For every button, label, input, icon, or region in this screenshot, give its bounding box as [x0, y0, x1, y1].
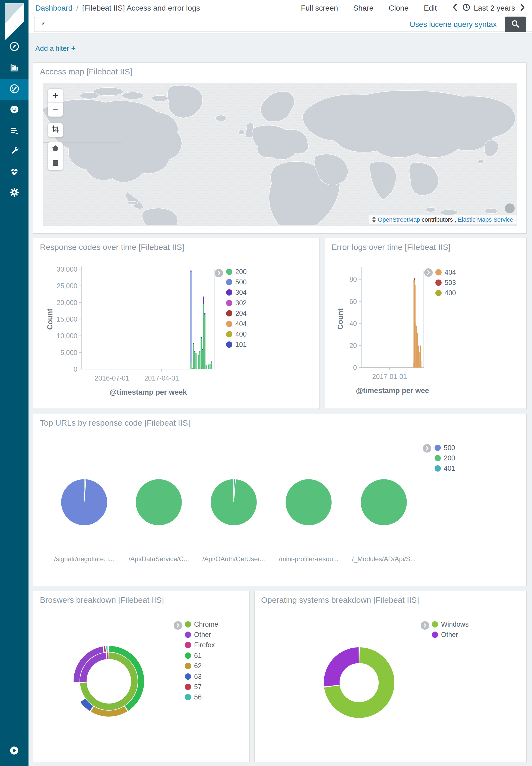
error-logs-bar-404[interactable]	[413, 282, 414, 367]
sidebar-item-visualize[interactable]	[0, 58, 29, 78]
legend-item-204[interactable]: 204	[226, 308, 247, 318]
response-codes-bar-304[interactable]	[201, 337, 202, 338]
map-zoom-in-button[interactable]: +	[48, 89, 63, 103]
response-codes-bar-200[interactable]	[201, 338, 202, 369]
legend-item-500[interactable]: 500	[226, 277, 247, 287]
error-logs-bar-404[interactable]	[417, 333, 418, 367]
legend-item-56[interactable]: 56	[185, 692, 218, 702]
response-codes-bar-304[interactable]	[199, 351, 200, 352]
legend-item-200[interactable]: 200	[226, 266, 247, 277]
error-logs-bar-503[interactable]	[414, 278, 415, 280]
response-codes-bar-200[interactable]	[210, 364, 211, 369]
response-codes-bar-200[interactable]	[198, 355, 199, 369]
response-codes-bar-200[interactable]	[195, 353, 197, 369]
share-button[interactable]: Share	[353, 4, 373, 12]
map-fit-bounds-button[interactable]	[48, 123, 63, 137]
response-codes-bar-304[interactable]	[211, 361, 212, 361]
error-logs-bar-404[interactable]	[417, 334, 418, 367]
full-screen-button[interactable]: Full screen	[301, 4, 338, 12]
response-codes-bar-200[interactable]	[208, 364, 209, 369]
lucene-syntax-link[interactable]: Uses lucene query syntax	[410, 20, 497, 29]
response-codes-bar-304[interactable]	[194, 351, 195, 352]
error-logs-bar-404[interactable]	[414, 280, 415, 367]
error-logs-bar-404[interactable]	[420, 345, 421, 367]
response-codes-bar-200[interactable]	[193, 344, 194, 369]
draw-rectangle-button[interactable]	[48, 156, 63, 170]
legend-item-401[interactable]: 401	[435, 464, 455, 474]
add-filter-link[interactable]: Add a filter	[35, 44, 69, 52]
draw-polygon-button[interactable]	[48, 142, 63, 156]
response-codes-bar-304[interactable]	[202, 349, 203, 350]
response-codes-bar-200[interactable]	[203, 304, 204, 369]
map-attribution-toggle-button[interactable]	[505, 203, 515, 213]
error-logs-bar-404[interactable]	[416, 323, 416, 367]
legend-item-Windows[interactable]: Windows	[432, 619, 468, 629]
legend-item-Other[interactable]: Other	[185, 629, 218, 640]
error-logs-bar-404[interactable]	[418, 345, 419, 367]
legend-item-62[interactable]: 62	[185, 661, 218, 671]
error-logs-plot[interactable]: 0204060802017-01-01Count@timestamp per w…	[325, 238, 526, 409]
sidebar-collapse-button[interactable]	[8, 745, 20, 756]
time-prev-button[interactable]	[452, 3, 458, 13]
response-codes-bar-304[interactable]	[203, 296, 204, 304]
response-codes-bar-200[interactable]	[192, 368, 193, 369]
sidebar-item-discover[interactable]	[0, 36, 29, 57]
response-codes-bar-200[interactable]	[204, 314, 205, 369]
edit-button[interactable]: Edit	[424, 4, 437, 12]
legend-item-302[interactable]: 302	[226, 298, 247, 308]
legend-toggle-button[interactable]	[215, 269, 223, 277]
search-button[interactable]	[505, 17, 526, 32]
legend-item-63[interactable]: 63	[185, 671, 218, 682]
response-codes-bar-500[interactable]	[191, 272, 192, 363]
response-codes-bar-304[interactable]	[192, 368, 193, 368]
operating-systems-plot[interactable]	[255, 591, 526, 762]
legend-item-400[interactable]: 400	[226, 329, 247, 339]
error-logs-bar-404[interactable]	[419, 352, 420, 367]
sidebar-item-logging[interactable]	[0, 121, 29, 141]
legend-toggle-button[interactable]	[421, 621, 429, 630]
response-codes-bar-304[interactable]	[204, 313, 205, 314]
pie-slice-200[interactable]	[135, 479, 182, 526]
elastic-maps-service-link[interactable]: Elastic Maps Service	[458, 216, 513, 223]
pie-slice-500[interactable]	[61, 479, 107, 526]
sidebar-item-dashboard[interactable]	[0, 79, 29, 100]
response-codes-bar-200[interactable]	[206, 365, 207, 369]
legend-item-304[interactable]: 304	[226, 287, 247, 298]
map-zoom-out-button[interactable]: −	[48, 103, 63, 116]
response-codes-bar-304[interactable]	[198, 355, 199, 355]
legend-item-Chrome[interactable]: Chrome	[185, 619, 218, 629]
world-map[interactable]	[43, 83, 517, 226]
response-codes-bar-200[interactable]	[194, 352, 195, 369]
clone-button[interactable]: Clone	[389, 4, 409, 12]
legend-item-400[interactable]: 400	[435, 288, 456, 298]
legend-item-61[interactable]: 61	[185, 650, 218, 661]
legend-toggle-button[interactable]	[424, 268, 433, 277]
error-logs-bar-404[interactable]	[415, 285, 416, 367]
sidebar-item-timelion[interactable]	[0, 100, 29, 121]
error-logs-bar-404[interactable]	[413, 363, 414, 367]
pie-slice-200[interactable]	[285, 479, 332, 526]
response-codes-bar-200[interactable]	[197, 368, 198, 369]
legend-item-404[interactable]: 404	[435, 267, 456, 277]
time-range-button[interactable]: Last 2 years	[462, 3, 515, 13]
time-next-button[interactable]	[520, 3, 525, 13]
error-logs-bar-503[interactable]	[413, 280, 414, 282]
legend-item-Other[interactable]: Other	[432, 629, 468, 640]
pie-slice-200[interactable]	[360, 479, 407, 526]
donut-segment-Other[interactable]	[332, 655, 359, 686]
response-codes-bar-200[interactable]	[191, 363, 192, 369]
response-codes-bar-200[interactable]	[199, 352, 200, 369]
pie-slice-200[interactable]	[210, 479, 257, 526]
legend-item-503[interactable]: 503	[435, 277, 456, 288]
sidebar-item-monitoring[interactable]	[0, 162, 29, 182]
error-logs-bar-400[interactable]	[416, 326, 417, 327]
legend-item-101[interactable]: 101	[226, 339, 247, 350]
response-codes-plot[interactable]: 05,00010,00015,00020,00025,00030,0002016…	[33, 238, 319, 409]
kibana-logo[interactable]	[0, 0, 29, 42]
error-logs-bar-404[interactable]	[419, 362, 420, 367]
sidebar-item-management[interactable]	[0, 182, 29, 203]
error-logs-bar-404[interactable]	[421, 361, 422, 367]
legend-item-404[interactable]: 404	[226, 318, 247, 329]
response-codes-bar-200[interactable]	[211, 361, 212, 369]
legend-item-57[interactable]: 57	[185, 682, 218, 692]
